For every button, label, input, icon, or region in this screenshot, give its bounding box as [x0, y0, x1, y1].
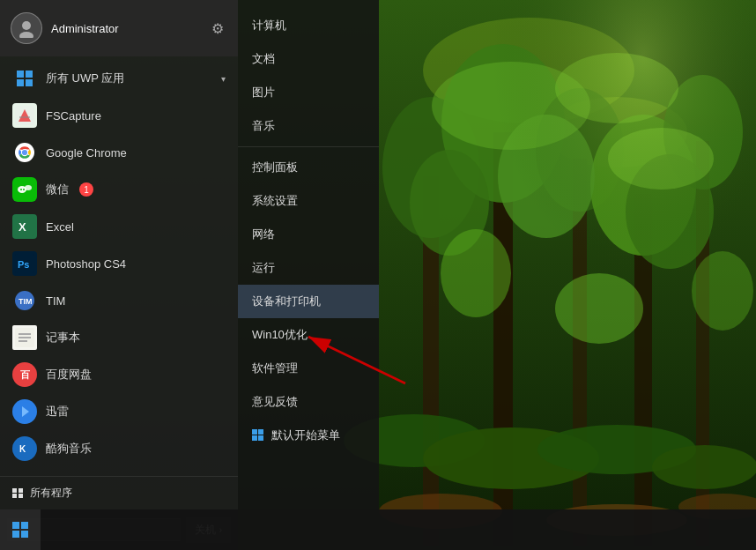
svg-point-45: [20, 189, 22, 190]
app-icon-tim: TIM: [12, 288, 37, 313]
app-icon-chrome: [12, 140, 37, 165]
svg-point-30: [22, 21, 31, 30]
username-label: Administrator: [51, 22, 119, 35]
all-programs-item[interactable]: 所有程序: [12, 486, 72, 501]
svg-text:TIM: TIM: [19, 297, 33, 306]
svg-text:百: 百: [20, 369, 31, 380]
svg-text:K: K: [19, 444, 26, 454]
svg-point-46: [23, 189, 25, 190]
app-label-kugou: 酷狗音乐: [46, 441, 92, 457]
quick-link-devices[interactable]: 设备和打印机: [238, 285, 379, 318]
app-label-photoshop: Photoshop CS4: [46, 257, 126, 271]
app-item-fscapture[interactable]: FSCapture: [0, 97, 238, 134]
app-label-xunlei: 迅雷: [46, 404, 69, 420]
quick-link-run[interactable]: 运行: [238, 251, 379, 285]
app-icon-notepad: [12, 325, 37, 350]
app-item-notepad[interactable]: 记事本: [0, 319, 238, 356]
svg-rect-66: [21, 522, 28, 529]
app-icon-xunlei: [12, 399, 37, 424]
all-programs-bar[interactable]: 所有程序: [0, 476, 238, 509]
app-label-fscapture: FSCapture: [46, 109, 101, 123]
svg-point-31: [19, 32, 33, 38]
app-label-notepad: 记事本: [46, 330, 80, 346]
app-icon-kugou: K: [12, 436, 37, 461]
app-item-chrome[interactable]: Google Chrome: [0, 134, 238, 171]
quick-link-feedback[interactable]: 意见反馈: [238, 385, 379, 419]
quick-link-win10opt[interactable]: Win10优化: [238, 318, 379, 352]
quick-link-documents[interactable]: 文档: [238, 42, 379, 76]
app-item-excel[interactable]: X Excel: [0, 208, 238, 245]
svg-point-41: [22, 150, 27, 155]
svg-rect-67: [12, 531, 19, 538]
start-menu: Administrator ⚙ 所有 UWP 应用 ▾: [0, 0, 379, 509]
svg-point-44: [25, 185, 32, 190]
quick-panel: 计算机 文档 图片 音乐 控制面板 系统设置 网络 运行 设备和打印机 Win1…: [238, 0, 379, 509]
quick-link-network[interactable]: 网络: [238, 218, 379, 251]
svg-rect-33: [26, 71, 33, 78]
quick-link-software-mgr[interactable]: 软件管理: [238, 352, 379, 385]
svg-rect-38: [19, 116, 30, 118]
app-list: 所有 UWP 应用 ▾ FSCapture: [0, 56, 238, 476]
app-label-excel: Excel: [46, 220, 74, 234]
app-label-tim: TIM: [46, 294, 65, 308]
avatar[interactable]: [11, 12, 42, 44]
windows-icon-small: [252, 429, 264, 442]
app-item-uwp[interactable]: 所有 UWP 应用 ▾: [0, 60, 238, 97]
quick-link-control-panel[interactable]: 控制面板: [238, 151, 379, 184]
app-icon-wechat: [12, 177, 37, 202]
svg-rect-32: [17, 71, 24, 78]
app-icon-uwp: [12, 66, 37, 91]
user-header: Administrator ⚙: [0, 0, 238, 56]
quick-link-default-start[interactable]: 默认开始菜单: [238, 419, 379, 452]
quick-links-list: 计算机 文档 图片 音乐 控制面板 系统设置 网络 运行 设备和打印机 Win1…: [238, 0, 379, 509]
taskbar: [0, 509, 756, 550]
svg-text:X: X: [19, 220, 26, 234]
app-item-kugou[interactable]: K 酷狗音乐: [0, 430, 238, 467]
app-icon-photoshop: Ps: [12, 251, 37, 276]
app-item-xunlei[interactable]: 迅雷: [0, 393, 238, 430]
app-label-chrome: Google Chrome: [46, 146, 127, 160]
wechat-badge: 1: [79, 182, 93, 197]
app-item-photoshop[interactable]: Ps Photoshop CS4: [0, 245, 238, 282]
svg-rect-54: [19, 333, 31, 335]
svg-rect-56: [19, 340, 27, 342]
app-label-baidu: 百度网盘: [46, 367, 92, 383]
grid-icon: [12, 488, 23, 499]
quick-divider-1: [238, 146, 379, 147]
quick-link-default-start-label: 默认开始菜单: [271, 427, 340, 443]
app-icon-baidu: 百: [12, 362, 37, 387]
apps-panel: Administrator ⚙ 所有 UWP 应用 ▾: [0, 0, 238, 509]
expand-icon-uwp: ▾: [221, 74, 226, 84]
svg-rect-29: [379, 0, 756, 550]
svg-rect-34: [17, 79, 24, 86]
app-icon-fscapture: [12, 103, 37, 128]
quick-link-music[interactable]: 音乐: [238, 109, 379, 143]
user-info: Administrator: [11, 12, 119, 44]
svg-rect-65: [12, 522, 19, 529]
app-item-baidu[interactable]: 百 百度网盘: [0, 356, 238, 393]
app-icon-excel: X: [12, 214, 37, 239]
svg-rect-55: [19, 337, 31, 338]
svg-rect-35: [26, 79, 33, 86]
quick-link-computer[interactable]: 计算机: [238, 9, 379, 42]
all-programs-label: 所有程序: [30, 486, 72, 501]
start-button-icon: [11, 521, 29, 539]
app-label-uwp: 所有 UWP 应用: [46, 71, 124, 86]
start-button[interactable]: [0, 509, 41, 550]
quick-link-pictures[interactable]: 图片: [238, 76, 379, 109]
app-item-tim[interactable]: TIM TIM: [0, 282, 238, 319]
svg-rect-68: [21, 531, 28, 538]
svg-text:Ps: Ps: [18, 259, 29, 270]
settings-icon[interactable]: ⚙: [211, 20, 224, 37]
app-item-wechat[interactable]: 微信 1: [0, 171, 238, 208]
quick-link-settings[interactable]: 系统设置: [238, 184, 379, 218]
app-label-wechat: 微信: [46, 182, 69, 197]
